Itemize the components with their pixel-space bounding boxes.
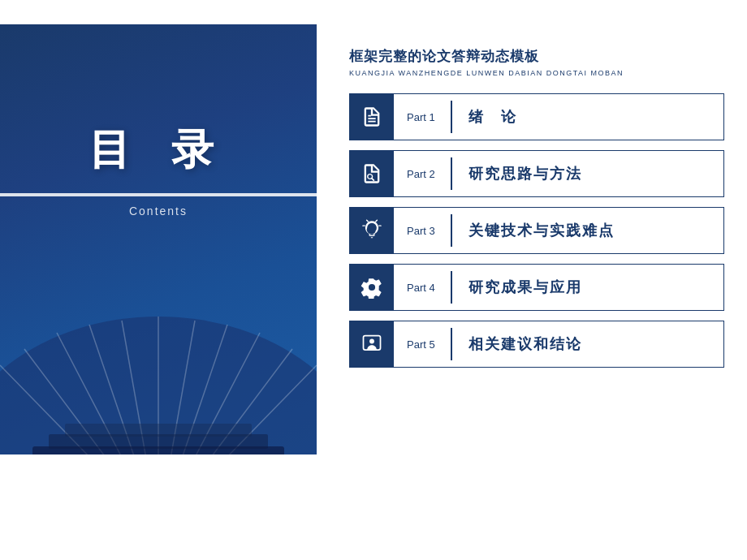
menu-item-2: Part 2 研究思路与方法: [349, 150, 724, 197]
svg-line-20: [367, 220, 369, 222]
left-title-container: 目 录: [0, 122, 317, 179]
right-title-en: KUANGJIA WANZHENGDE LUNWEN DABIAN DONGTA…: [349, 69, 724, 77]
menu-icon-box-2: [350, 151, 394, 196]
svg-point-25: [369, 339, 374, 344]
slide: 目 录 Contents: [0, 0, 747, 560]
menu-text-4: 研究成果与应用: [452, 278, 582, 297]
page-fan-decoration: [0, 284, 317, 479]
menu-part-4: Part 4: [394, 282, 451, 294]
menu-text-5: 相关建议和结论: [452, 334, 582, 354]
document-icon: [361, 106, 383, 128]
menu-item-4: Part 4 研究成果与应用: [349, 264, 724, 311]
menu-icon-box-1: [350, 94, 394, 140]
menu-text-3: 关键技术与实践难点: [452, 221, 615, 240]
menu-icon-box-5: [350, 321, 394, 367]
left-title-en: Contents: [0, 205, 317, 218]
menu-item-5: Part 5 相关建议和结论: [349, 321, 724, 368]
menu-part-2: Part 2: [394, 168, 451, 180]
menu-item-3: Part 3 关键技术与实践难点: [349, 207, 724, 254]
gear-icon: [361, 276, 383, 299]
menu-list: Part 1 绪 论 Part 2 研究思路与方法: [349, 93, 724, 537]
left-title-zh: 目 录: [0, 122, 317, 179]
menu-icon-box-3: [350, 208, 394, 253]
right-title-zh: 框架完整的论文答辩动态模板: [349, 47, 724, 66]
menu-text-1: 绪 论: [452, 107, 517, 127]
right-panel: 框架完整的论文答辩动态模板 KUANGJIA WANZHENGDE LUNWEN…: [317, 24, 747, 560]
menu-text-2: 研究思路与方法: [452, 164, 582, 183]
menu-part-1: Part 1: [394, 111, 451, 123]
svg-rect-13: [65, 424, 252, 437]
menu-item-1: Part 1 绪 论: [349, 93, 724, 140]
menu-icon-box-4: [350, 265, 394, 310]
left-panel: 目 录 Contents: [0, 24, 317, 479]
menu-part-3: Part 3: [394, 225, 451, 237]
svg-line-21: [376, 220, 378, 222]
lightbulb-icon: [361, 219, 383, 242]
magnify-document-icon: [361, 162, 383, 185]
left-divider: [0, 193, 317, 196]
right-header: 框架完整的论文答辩动态模板 KUANGJIA WANZHENGDE LUNWEN…: [349, 47, 724, 77]
svg-line-19: [372, 179, 374, 180]
person-board-icon: [361, 333, 383, 355]
bottom-area: [0, 454, 317, 560]
menu-part-5: Part 5: [394, 338, 451, 351]
